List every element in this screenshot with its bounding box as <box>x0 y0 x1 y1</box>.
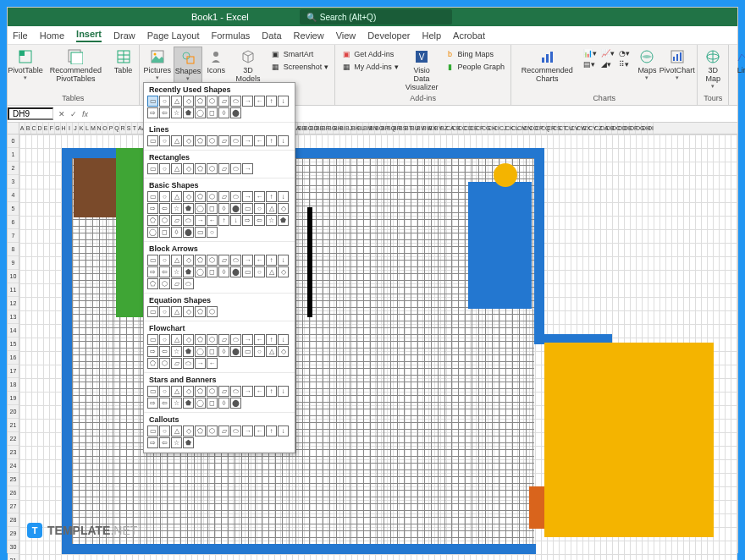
row-header[interactable]: 24 <box>8 459 19 473</box>
row-header[interactable]: 8 <box>8 243 19 256</box>
shape-option[interactable]: ↑ <box>266 425 277 436</box>
row-header[interactable]: 17 <box>8 365 19 378</box>
shape-option[interactable]: △ <box>171 191 182 202</box>
col-header[interactable]: S <box>126 123 132 134</box>
col-header[interactable]: BO <box>375 123 381 134</box>
row-header[interactable]: 19 <box>8 392 19 405</box>
shape-option[interactable]: ☆ <box>171 346 182 357</box>
shape-option[interactable]: ← <box>254 334 265 345</box>
cancel-formula-icon[interactable]: ✕ <box>58 110 65 118</box>
col-header[interactable]: CX <box>582 123 588 134</box>
shape-option[interactable]: ⬭ <box>183 215 194 226</box>
shape-option[interactable]: △ <box>171 255 182 266</box>
shape-option[interactable]: ▭ <box>147 163 158 174</box>
shape-option[interactable]: ⇦ <box>159 266 170 277</box>
col-header[interactable]: BY <box>434 123 440 134</box>
row-header[interactable]: 23 <box>8 446 19 459</box>
col-header[interactable]: BF <box>322 123 328 134</box>
col-header[interactable]: BD <box>310 123 316 134</box>
row-header[interactable]: 20 <box>8 405 19 419</box>
row-header[interactable]: 11 <box>8 283 19 297</box>
shape-option[interactable]: ⬟ <box>183 107 194 118</box>
my-addins-button[interactable]: ▦My Add-ins ▾ <box>339 61 401 73</box>
shape-option[interactable]: ⬠ <box>195 96 206 107</box>
smartart-button[interactable]: ▣SmartArt <box>268 48 332 60</box>
fx-icon[interactable]: fx <box>82 110 88 118</box>
shape-option[interactable]: ↓ <box>278 96 289 107</box>
shape-option[interactable]: ↑ <box>266 191 277 202</box>
row-header[interactable]: 3 <box>8 175 19 189</box>
visio-button[interactable]: V Visio Data Visualizer <box>403 47 441 93</box>
shape-option[interactable]: ⬡ <box>207 425 218 436</box>
col-header[interactable]: CW <box>577 123 582 134</box>
shape-option[interactable]: ⬠ <box>147 278 158 289</box>
col-header[interactable]: O <box>102 123 108 134</box>
shape-option[interactable]: ▭ <box>195 227 206 238</box>
shape-option[interactable]: ☆ <box>266 215 277 226</box>
col-header[interactable]: DC <box>612 123 618 134</box>
col-header[interactable]: CD <box>464 123 470 134</box>
col-header[interactable]: CQ <box>541 123 547 134</box>
shape-option[interactable]: ◊ <box>218 266 229 277</box>
shape-option[interactable]: ▭ <box>147 255 158 266</box>
shape-option[interactable]: △ <box>266 346 277 357</box>
col-header[interactable]: B <box>25 123 31 134</box>
shape-yellow-large[interactable] <box>544 343 714 537</box>
select-all-corner[interactable] <box>8 123 19 134</box>
shapes-button[interactable]: Shapes▾ <box>174 47 203 85</box>
pictures-button[interactable]: Pictures▾ <box>143 47 172 83</box>
shape-option[interactable]: → <box>195 215 206 226</box>
shape-option[interactable]: ▭ <box>147 334 158 345</box>
tab-acrobat[interactable]: Acrobat <box>453 30 485 41</box>
shape-option[interactable]: → <box>242 96 253 107</box>
shape-option[interactable]: ↓ <box>230 215 241 226</box>
shape-option[interactable]: ◇ <box>183 255 194 266</box>
shape-option[interactable]: ☆ <box>171 398 182 409</box>
shape-option[interactable]: ⬠ <box>147 215 158 226</box>
row-header[interactable]: 14 <box>8 324 19 338</box>
shape-brown-1[interactable] <box>74 158 116 217</box>
shape-option[interactable]: ▱ <box>218 255 229 266</box>
shape-option[interactable]: ▭ <box>147 425 158 436</box>
col-header[interactable]: H <box>61 123 67 134</box>
col-header[interactable]: CH <box>488 123 494 134</box>
shape-option[interactable]: ◇ <box>183 306 194 317</box>
shape-option[interactable]: ◊ <box>171 227 182 238</box>
shape-option[interactable]: ⬠ <box>147 358 158 369</box>
shape-option[interactable]: ⬤ <box>230 398 241 409</box>
col-header[interactable]: K <box>79 123 85 134</box>
shape-option[interactable]: ○ <box>207 227 218 238</box>
shape-black-line[interactable] <box>307 207 312 317</box>
col-header[interactable]: CE <box>470 123 476 134</box>
shape-option[interactable]: ⬡ <box>207 255 218 266</box>
shape-option[interactable]: ◻ <box>159 227 170 238</box>
shape-option[interactable]: ▭ <box>147 306 158 317</box>
col-header[interactable]: A <box>19 123 25 134</box>
shape-option[interactable]: ▱ <box>218 425 229 436</box>
col-header[interactable]: CU <box>565 123 571 134</box>
shape-option[interactable]: ⬡ <box>159 215 170 226</box>
col-header[interactable]: BQ <box>387 123 393 134</box>
shape-option[interactable]: ◻ <box>207 203 218 214</box>
tab-review[interactable]: Review <box>294 30 324 41</box>
shape-option[interactable]: ▭ <box>147 135 158 146</box>
col-header[interactable]: CR <box>547 123 553 134</box>
row-header[interactable]: 13 <box>8 310 19 324</box>
col-header[interactable]: DD <box>618 123 624 134</box>
people-graph-button[interactable]: ▮People Graph <box>443 61 508 73</box>
shape-option[interactable]: ⬡ <box>207 386 218 397</box>
shape-orange[interactable] <box>529 486 544 529</box>
col-header[interactable]: CL <box>511 123 517 134</box>
shape-option[interactable]: ⇨ <box>242 215 253 226</box>
shape-option[interactable]: ◇ <box>183 191 194 202</box>
shape-option[interactable]: ⬭ <box>230 334 241 345</box>
col-header[interactable]: BT <box>405 123 411 134</box>
shape-option[interactable]: ⬤ <box>183 227 194 238</box>
shape-option[interactable]: ⬟ <box>183 266 194 277</box>
shape-option[interactable]: → <box>242 334 253 345</box>
col-header[interactable]: G <box>55 123 61 134</box>
pivottable-button[interactable]: PivotTable▾ <box>11 47 40 83</box>
shape-option[interactable]: ← <box>254 255 265 266</box>
col-header[interactable]: J <box>73 123 79 134</box>
col-header[interactable]: F <box>49 123 55 134</box>
